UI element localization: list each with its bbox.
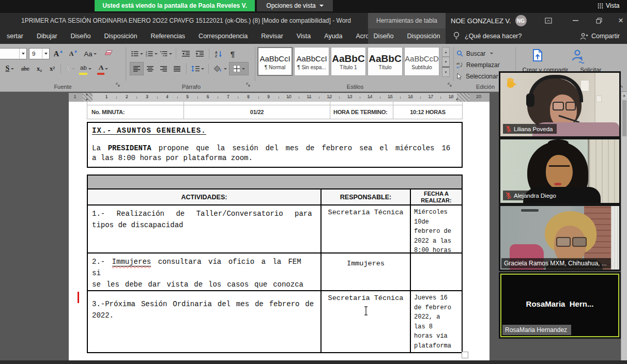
align-left-button[interactable] bbox=[130, 62, 143, 75]
font-size-combo[interactable]: 9 bbox=[29, 48, 50, 59]
line-spacing-button[interactable] bbox=[189, 62, 206, 75]
align-right-button[interactable] bbox=[157, 62, 170, 75]
font-dialog-launcher[interactable] bbox=[116, 80, 120, 89]
create-and-share-button[interactable] bbox=[526, 48, 549, 65]
tab-referencias[interactable]: Referencias bbox=[144, 28, 192, 44]
video-tile-alejandra[interactable]: Alejandra Diego bbox=[499, 138, 621, 204]
minuta-table-row[interactable]: No. MINUTA: 01/22 HORA DE TERMINO: 10:12… bbox=[87, 105, 463, 119]
tab-disposici-n[interactable]: Disposición bbox=[97, 28, 144, 44]
avatar: NG bbox=[515, 15, 527, 26]
styles-scroll-down-button[interactable]: ▼ bbox=[442, 57, 450, 67]
restore-icon bbox=[596, 18, 603, 24]
row2-responsable-cell[interactable]: Immujeres bbox=[322, 254, 411, 290]
style-sin-espa[interactable]: AaBbCcI¶ Sin espa... bbox=[294, 47, 329, 76]
request-signatures-button[interactable] bbox=[567, 48, 589, 65]
grow-font-button[interactable]: A▲ bbox=[52, 48, 65, 60]
paragraph-dialog-launcher[interactable] bbox=[246, 80, 251, 89]
increase-indent-button[interactable] bbox=[193, 48, 206, 60]
style-título[interactable]: AaBbCTítulo bbox=[368, 47, 403, 76]
change-case-button[interactable]: Aa bbox=[82, 48, 99, 60]
row3-actividad-cell[interactable]: 3.-Próxima Sesión Ordinaria del mes de f… bbox=[88, 291, 322, 352]
minuta-label-cell[interactable]: No. MINUTA: bbox=[87, 105, 184, 119]
highlight-color-button[interactable]: ab bbox=[77, 62, 95, 75]
shading-button[interactable] bbox=[211, 62, 229, 75]
tab-dise-o[interactable]: Diseño bbox=[64, 28, 98, 44]
show-paragraph-marks-button[interactable]: ¶ bbox=[226, 48, 239, 60]
tab-dibujar[interactable]: Dibujar bbox=[30, 28, 64, 44]
hora-termino-label-cell[interactable]: HORA DE TERMINO: bbox=[330, 105, 393, 119]
bullet-list-button[interactable] bbox=[130, 48, 144, 60]
close-button[interactable]: × bbox=[610, 13, 627, 28]
video-tile-rosamaria[interactable]: RosaMaria Hern... RosaMaria Hernandez bbox=[499, 272, 621, 339]
tab-vista[interactable]: Vista bbox=[290, 28, 318, 44]
style-normal[interactable]: AaBbCcI¶ Normal bbox=[257, 47, 293, 76]
scrollbar-thumb[interactable] bbox=[622, 100, 626, 136]
styles-more-button[interactable]: ▼ bbox=[442, 67, 450, 77]
decrease-indent-button[interactable] bbox=[179, 48, 192, 60]
header-fecha[interactable]: FECHA A REALIZAR: bbox=[411, 189, 462, 204]
align-center-button[interactable] bbox=[144, 62, 157, 75]
tab-sertar[interactable]: sertar bbox=[0, 28, 30, 44]
sort-button[interactable]: AZ bbox=[212, 48, 225, 60]
superscript-button[interactable]: x² bbox=[45, 62, 59, 75]
right-indent-marker[interactable]: ▴ bbox=[456, 97, 458, 101]
ruler-number: 15 bbox=[387, 94, 393, 99]
context-tab-dise-o[interactable]: Diseño bbox=[367, 28, 401, 44]
hora-termino-value-cell[interactable]: 10:12 HORAS bbox=[393, 105, 462, 119]
text-effects-button[interactable]: A bbox=[63, 62, 77, 75]
header-responsable[interactable]: RESPONSABLE: bbox=[322, 189, 411, 204]
clear-formatting-button[interactable] bbox=[101, 48, 116, 60]
shaded-band-row[interactable] bbox=[88, 176, 462, 189]
context-tab-disposici-n[interactable]: Disposición bbox=[401, 28, 447, 44]
underline-button[interactable]: S bbox=[2, 62, 18, 75]
video-tile-liliana[interactable]: Liliana Poveda bbox=[499, 71, 621, 138]
tab-correspondencia[interactable]: Correspondencia bbox=[192, 28, 254, 44]
row3-responsable-cell[interactable]: Secretaria Técnica bbox=[322, 291, 411, 352]
vertical-scrollbar[interactable]: ▲ bbox=[621, 92, 627, 364]
minuta-value-cell[interactable]: 01/22 bbox=[184, 105, 330, 119]
hanging-indent-marker[interactable]: ▴ bbox=[86, 97, 88, 101]
scroll-up-arrow[interactable]: ▲ bbox=[621, 93, 627, 97]
subscript-button[interactable]: x₂ bbox=[33, 62, 45, 75]
multilevel-list-button[interactable] bbox=[159, 48, 173, 60]
row1-actividad-cell[interactable]: 1.- Realización de Taller/Conversatorio … bbox=[88, 205, 322, 252]
font-color-swatch bbox=[97, 73, 104, 75]
row1-fecha-cell[interactable]: Miércoles 10de febrero de 2022 a las 8:0… bbox=[411, 205, 462, 252]
tell-me-search[interactable]: ¿Qué desea hacer? bbox=[453, 28, 522, 44]
find-button[interactable]: Buscar bbox=[456, 48, 493, 59]
shrink-font-button[interactable]: A▼ bbox=[67, 48, 80, 60]
styles-scroll-up-button[interactable]: ▲ bbox=[442, 47, 450, 57]
justify-button[interactable] bbox=[171, 62, 183, 75]
document-page[interactable]: No. MINUTA: 01/22 HORA DE TERMINO: 10:12… bbox=[69, 102, 490, 360]
restore-button[interactable] bbox=[588, 13, 610, 28]
row2-fecha-cell[interactable] bbox=[411, 254, 462, 290]
select-button[interactable]: Seleccionar bbox=[456, 71, 498, 82]
borders-button[interactable] bbox=[230, 62, 248, 75]
horizontal-ruler[interactable]: 1 123456789101112131415161718 20 ▾ ▴ ▴ bbox=[69, 93, 490, 102]
table-resize-handle[interactable] bbox=[462, 352, 468, 358]
strikethrough-button[interactable]: abc bbox=[18, 62, 33, 75]
font-name-combo[interactable] bbox=[0, 48, 27, 59]
tab-ayuda[interactable]: Ayuda bbox=[317, 28, 349, 44]
account-user[interactable]: NOE GONZALEZ V. NG bbox=[451, 13, 527, 28]
style-subtítulo[interactable]: AaBbCcDSubtítulo bbox=[404, 47, 439, 76]
activities-table[interactable]: ACTIVIDADES: RESPONSABLE: FECHA A REALIZ… bbox=[87, 175, 463, 353]
row2-actividad-cell[interactable]: 2.- Immujeres consultara vía oficio a la… bbox=[88, 254, 322, 290]
numbered-list-button[interactable]: 123 bbox=[145, 48, 159, 60]
share-button[interactable]: Compartir bbox=[580, 28, 620, 44]
header-actividades[interactable]: ACTIVIDADES: bbox=[88, 189, 322, 204]
row3-fecha-cell[interactable]: Jueves 16 de febrero 2022, a las 8 horas… bbox=[411, 291, 462, 352]
asuntos-generales-section[interactable]: IX.- ASUNTOS GENERALES. La PRESIDENTA pr… bbox=[87, 122, 463, 168]
vista-view-button[interactable]: Vista bbox=[598, 2, 619, 9]
view-options-button[interactable]: Opciones de vista bbox=[257, 0, 333, 11]
styles-dialog-launcher[interactable] bbox=[448, 80, 452, 89]
font-color-button[interactable]: A bbox=[95, 62, 112, 75]
minimize-button[interactable] bbox=[564, 13, 586, 28]
row1-responsable-cell[interactable]: Secretaria Técnica bbox=[322, 205, 411, 252]
video-tile-graciela[interactable]: Graciela Ramos MXM, Chihuahua, ... bbox=[499, 204, 621, 271]
tab-revisar[interactable]: Revisar bbox=[254, 28, 289, 44]
replace-button[interactable]: abac Reemplazar bbox=[456, 59, 500, 70]
style-título-1[interactable]: AaBbCTítulo 1 bbox=[331, 47, 366, 76]
ribbon-display-options-button[interactable] bbox=[538, 13, 559, 28]
font-group: 9 A▲ A▼ Aa bbox=[0, 44, 126, 91]
